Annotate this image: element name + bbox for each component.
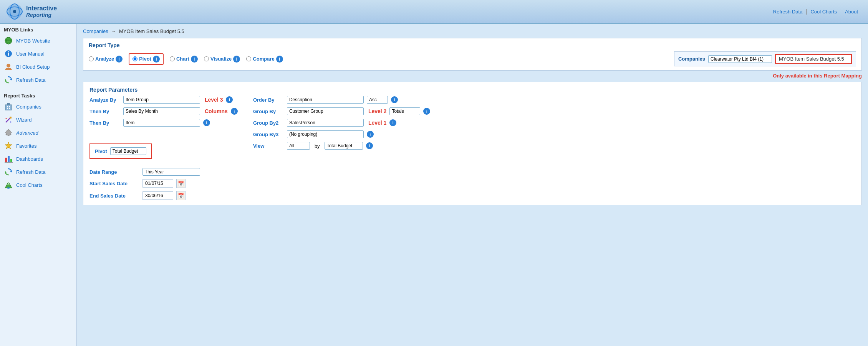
order-by-select[interactable]: Description bbox=[287, 96, 364, 104]
params-left: Analyze By Item Group Level 3 i Then By … bbox=[89, 96, 238, 200]
group-by-select[interactable]: Customer Group bbox=[287, 107, 364, 115]
sidebar-item-refresh-data2[interactable]: Refresh Data bbox=[0, 165, 76, 178]
report-type-options: Analyze i Pivot i Chart i bbox=[89, 53, 283, 65]
group-by3-info[interactable]: i bbox=[367, 131, 374, 138]
then-by2-row: Then By Item i bbox=[89, 119, 238, 127]
pivot-select[interactable]: Total Budget bbox=[110, 147, 146, 155]
only-available-note: Only available in this Report Mapping bbox=[83, 73, 862, 79]
rt-compare-radio[interactable] bbox=[246, 56, 251, 61]
analyze-by-info[interactable]: i bbox=[226, 96, 233, 103]
sidebar-item-advanced[interactable]: Advanced bbox=[0, 126, 76, 139]
sidebar-item-myob-website[interactable]: MYOB Website bbox=[0, 34, 76, 47]
globe-icon bbox=[4, 36, 13, 45]
sidebar-section-tasks: Report Tasks bbox=[0, 90, 76, 100]
sidebar-item-label: Refresh Data bbox=[16, 169, 46, 175]
group-by2-info[interactable]: i bbox=[389, 119, 396, 126]
rt-chart-label: Chart bbox=[176, 56, 189, 62]
sidebar-item-bi-cloud[interactable]: BI Cloud Setup bbox=[0, 60, 76, 73]
date-range-select[interactable]: This Year bbox=[142, 168, 200, 176]
then-by2-info[interactable]: i bbox=[203, 119, 210, 126]
group-by-row: Group By Customer Group Level 2 Totals i bbox=[253, 107, 430, 115]
rt-pivot[interactable]: Pivot i bbox=[129, 53, 164, 65]
then-by1-select[interactable]: Sales By Month bbox=[123, 107, 200, 115]
sidebar-item-label: Dashboards bbox=[16, 156, 43, 162]
start-date-row: Start Sales Date 📅 bbox=[89, 179, 238, 188]
group-by2-select[interactable]: SalesPerson bbox=[287, 119, 364, 127]
end-date-label: End Sales Date bbox=[89, 193, 139, 199]
rt-chart[interactable]: Chart i bbox=[170, 56, 198, 63]
star-icon bbox=[4, 141, 13, 150]
svg-text:i: i bbox=[8, 51, 9, 57]
rt-visualize-radio[interactable] bbox=[204, 56, 209, 61]
group-by3-select[interactable]: (No grouping) bbox=[287, 130, 364, 138]
chart-info-btn[interactable]: i bbox=[191, 56, 198, 63]
rt-visualize[interactable]: Visualize i bbox=[204, 56, 240, 63]
group-by3-row: Group By3 (No grouping) i bbox=[253, 130, 430, 138]
sidebar-item-user-manual[interactable]: i User Manual bbox=[0, 47, 76, 60]
group-by2-label: Group By2 bbox=[253, 120, 284, 126]
breadcrumb-companies[interactable]: Companies bbox=[83, 28, 108, 34]
then-by1-row: Then By Sales By Month Columns i bbox=[89, 107, 238, 115]
view-sub-select[interactable]: Total Budget bbox=[325, 142, 363, 150]
sidebar-item-dashboards[interactable]: Dashboards bbox=[0, 152, 76, 165]
order-by-info[interactable]: i bbox=[391, 96, 398, 103]
logo-line2: Reporting bbox=[26, 12, 57, 18]
pivot-section: Pivot Total Budget bbox=[89, 143, 152, 159]
rt-compare-label: Compare bbox=[253, 56, 274, 62]
analyze-by-select[interactable]: Item Group bbox=[123, 96, 200, 104]
then-by1-suffix: Columns bbox=[205, 108, 228, 114]
breadcrumb: Companies → MYOB Item Sales Budget 5.5 bbox=[83, 28, 862, 34]
pivot-info-btn[interactable]: i bbox=[153, 56, 160, 63]
sidebar-item-wizard[interactable]: Wizard bbox=[0, 113, 76, 126]
rt-compare[interactable]: Compare i bbox=[246, 56, 283, 63]
sidebar-item-refresh-data[interactable]: Refresh Data bbox=[0, 73, 76, 86]
rt-chart-radio[interactable] bbox=[170, 56, 175, 61]
companies-label: Companies bbox=[678, 56, 705, 62]
svg-rect-17 bbox=[7, 108, 8, 109]
svg-point-34 bbox=[7, 187, 10, 189]
date-section: Date Range This Year Start Sales Date 📅 … bbox=[89, 168, 238, 200]
header: Interactive Reporting Refresh Data Cool … bbox=[0, 0, 868, 24]
nav-about[interactable]: About bbox=[841, 9, 862, 15]
rt-analyze-radio[interactable] bbox=[89, 56, 94, 61]
start-date-calendar[interactable]: 📅 bbox=[176, 179, 186, 188]
content-area: Companies → MYOB Item Sales Budget 5.5 R… bbox=[77, 24, 868, 346]
svg-rect-19 bbox=[7, 103, 10, 105]
nav-cool-charts[interactable]: Cool Charts bbox=[807, 9, 841, 15]
end-date-calendar[interactable]: 📅 bbox=[176, 191, 186, 200]
svg-point-11 bbox=[7, 64, 10, 68]
report-params-title: Report Parameters bbox=[89, 87, 855, 93]
then-by2-select[interactable]: Item bbox=[123, 119, 200, 127]
report-mapping-input[interactable] bbox=[775, 54, 852, 64]
sidebar-item-label: BI Cloud Setup bbox=[16, 64, 50, 70]
sidebar-section-myob: MYOB Links bbox=[0, 24, 76, 34]
companies-select[interactable]: Clearwater Pty Ltd BI4 (1) bbox=[708, 55, 772, 63]
compare-info-btn[interactable]: i bbox=[276, 56, 283, 63]
svg-rect-16 bbox=[9, 106, 10, 107]
svg-point-3 bbox=[13, 10, 16, 13]
group-by-sub-select[interactable]: Totals bbox=[389, 107, 420, 115]
rt-analyze[interactable]: Analyze i bbox=[89, 56, 123, 63]
sidebar-item-cool-charts[interactable]: Cool Charts bbox=[0, 178, 76, 191]
breadcrumb-report: MYOB Item Sales Budget 5.5 bbox=[119, 28, 184, 34]
analyze-info-btn[interactable]: i bbox=[116, 56, 123, 63]
logo-line1: Interactive bbox=[26, 5, 57, 12]
then-by1-info[interactable]: i bbox=[231, 108, 238, 115]
rt-pivot-radio[interactable] bbox=[133, 56, 137, 61]
group-by-info[interactable]: i bbox=[423, 108, 430, 115]
nav-refresh-data[interactable]: Refresh Data bbox=[769, 9, 807, 15]
chart-icon bbox=[4, 154, 13, 163]
sidebar-item-companies[interactable]: Companies bbox=[0, 100, 76, 113]
end-date-input[interactable] bbox=[142, 191, 173, 200]
sidebar-item-favorites[interactable]: Favorites bbox=[0, 139, 76, 152]
visualize-info-btn[interactable]: i bbox=[233, 56, 240, 63]
sidebar-item-label: Refresh Data bbox=[16, 77, 46, 83]
params-grid: Analyze By Item Group Level 3 i Then By … bbox=[89, 96, 855, 200]
pivot-label: Pivot bbox=[95, 148, 107, 154]
start-date-input[interactable] bbox=[142, 179, 173, 188]
view-info[interactable]: i bbox=[366, 142, 373, 149]
logo-area: Interactive Reporting bbox=[6, 3, 57, 20]
order-by-dir-select[interactable]: Asc bbox=[367, 96, 388, 104]
view-select[interactable]: All bbox=[287, 142, 310, 150]
wand-icon bbox=[4, 115, 13, 124]
